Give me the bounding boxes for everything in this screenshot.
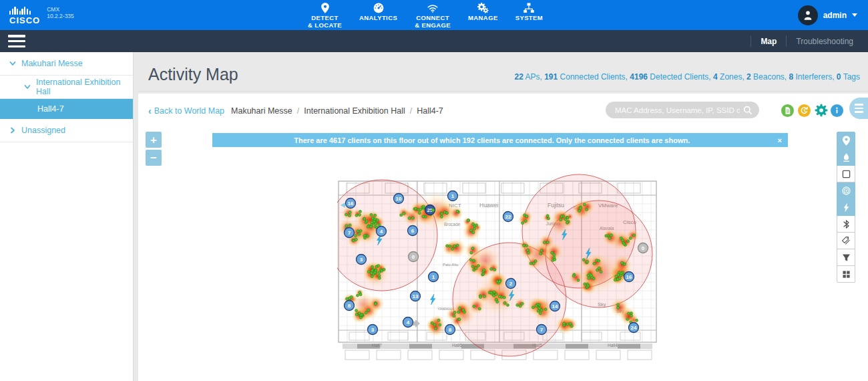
username: admin [823, 11, 847, 20]
show-heatmap-button[interactable] [837, 149, 855, 166]
banner-close-icon[interactable]: × [772, 136, 788, 144]
search-icon[interactable] [742, 105, 753, 116]
tile-view-button[interactable] [837, 266, 855, 283]
cisco-logo-icon [9, 5, 40, 15]
tab-map[interactable]: Map [750, 35, 786, 47]
chevron-down-icon [24, 84, 31, 90]
stat-label: Connected Clients, [558, 72, 630, 82]
ap-marker[interactable]: 2 [506, 279, 516, 289]
sidebar-toggle-button[interactable] [8, 35, 25, 47]
ap-marker[interactable]: 16 [624, 272, 634, 282]
sitemap-icon [523, 2, 535, 14]
svg-text:16: 16 [348, 201, 354, 207]
nav-item-detect-locate[interactable]: DETECT& LOCATE [299, 0, 351, 32]
ap-marker[interactable]: 7 [537, 325, 547, 335]
ap-marker[interactable]: 6 [408, 226, 418, 236]
floor-map[interactable]: Hall7Hall6Hall5Hall4NICTHuaweiBrocadeFuj… [337, 172, 658, 368]
zoom-out-button[interactable]: − [146, 150, 162, 166]
gears-icon [477, 2, 489, 14]
ap-marker[interactable]: 1 [429, 272, 439, 282]
pin-icon [841, 135, 852, 146]
show-clients-button[interactable] [837, 132, 855, 149]
ap-marker[interactable]: 8 [445, 325, 455, 335]
nav-item-analytics[interactable]: ANALYTICS [351, 0, 406, 32]
tree-item-label: Makuhari Messe [21, 59, 83, 68]
stat-label: Detected Clients, [648, 72, 713, 82]
stat-value: 22 [514, 72, 523, 82]
ap-marker[interactable]: 8 [345, 301, 355, 311]
sidebar-item-makuhari-messe[interactable]: Makuhari Messe [0, 52, 133, 76]
show-zones-button[interactable] [837, 166, 855, 182]
show-rogues-button[interactable] [837, 182, 855, 199]
zoom-in-button[interactable]: + [146, 132, 162, 148]
ap-marker[interactable]: 13 [411, 291, 421, 301]
tree-item-label: Hall4-7 [37, 104, 64, 114]
back-chevron-icon: ‹ [148, 106, 152, 116]
show-beacons-button[interactable] [837, 216, 855, 233]
nav-item-connect-engage[interactable]: CONNECT& ENGAGE [406, 0, 459, 32]
sidebar-item-hall4-7[interactable]: Hall4-7 [0, 99, 133, 119]
show-tags-button[interactable] [837, 233, 855, 249]
pin-icon [319, 2, 331, 14]
ap-marker[interactable]: 3 [357, 255, 367, 265]
info-button[interactable] [831, 104, 843, 117]
cisco-brand: CISCO CMX 10.2.2-335 [9, 4, 74, 25]
nav-label: SYSTEM [515, 15, 543, 22]
ap-marker[interactable]: 24 [629, 323, 639, 333]
chevron-right-icon [9, 127, 16, 134]
user-menu[interactable]: admin [798, 0, 857, 30]
stat-label: Beacons, [751, 72, 789, 82]
search-input[interactable] [606, 106, 742, 114]
ap-marker-selected[interactable]: 25 [425, 205, 435, 215]
ap-marker[interactable]: 4 [377, 227, 387, 237]
ap-marker[interactable]: 14 [550, 301, 560, 311]
stat-label: APs, [523, 72, 544, 82]
sidebar-item-international-exhibition-hall[interactable]: International Exhibition Hall [0, 76, 133, 99]
product-version-number: 10.2.2-335 [47, 13, 74, 19]
svg-text:24: 24 [631, 325, 637, 331]
breadcrumb-segment[interactable]: International Exhibition Hall [304, 106, 405, 116]
sidebar-item-unassigned[interactable]: Unassigned [0, 119, 133, 142]
nav-item-system[interactable]: SYSTEM [507, 0, 552, 32]
ap-marker[interactable]: 7 [345, 228, 355, 238]
search-box [606, 102, 759, 118]
ap-marker[interactable]: 10 [394, 194, 404, 204]
ap-marker[interactable]: 16 [346, 199, 356, 209]
breadcrumb: ‹ Back to World Map Makuhari Messe/Inter… [148, 104, 443, 118]
history-playback-button[interactable] [798, 104, 811, 117]
export-report-button[interactable] [781, 104, 794, 117]
ap-marker[interactable]: 22 [503, 212, 513, 222]
avatar [798, 5, 818, 25]
ap-marker[interactable]: 3 [368, 325, 378, 335]
gear-icon [814, 103, 829, 118]
secondary-bar: MapTroubleshooting [0, 30, 868, 52]
chevron-down-icon [852, 13, 857, 17]
svg-text:10: 10 [396, 196, 402, 202]
ap-marker[interactable]: 0 [638, 243, 648, 253]
stat-value: 4 [713, 72, 718, 82]
stat-value: 0 [837, 72, 841, 82]
nav-label: DETECT& LOCATE [308, 15, 342, 29]
ap-marker[interactable]: 1 [448, 191, 458, 201]
svg-text:13: 13 [413, 293, 419, 299]
cmx-app: CISCO CMX 10.2.2-335 DETECT& LOCATEANALY… [0, 0, 868, 381]
svg-text:Palo Alto: Palo Alto [443, 263, 459, 267]
main-nav: DETECT& LOCATEANALYTICSCONNECT& ENGAGEMA… [299, 0, 552, 30]
ap-marker[interactable]: 4 [403, 318, 413, 328]
side-panel-tab[interactable] [849, 98, 868, 119]
breadcrumb-segment[interactable]: Makuhari Messe [231, 106, 292, 116]
back-to-world-map-link[interactable]: ‹ Back to World Map [148, 106, 224, 116]
svg-text:2: 2 [509, 281, 513, 287]
svg-text:8: 8 [348, 303, 351, 309]
map-settings-button[interactable] [814, 103, 829, 118]
svg-text:4: 4 [407, 320, 410, 326]
cisco-wordmark: CISCO [9, 16, 40, 25]
stat-label: Tags [841, 72, 860, 82]
show-interferers-button[interactable] [837, 199, 855, 216]
svg-text:3: 3 [360, 257, 363, 263]
nav-item-manage[interactable]: MANAGE [459, 0, 507, 32]
ap-marker[interactable]: 0 [409, 252, 419, 262]
tab-troubleshooting[interactable]: Troubleshooting [786, 35, 863, 47]
svg-text:Hall4: Hall4 [608, 343, 618, 348]
filters-button[interactable] [837, 249, 855, 266]
